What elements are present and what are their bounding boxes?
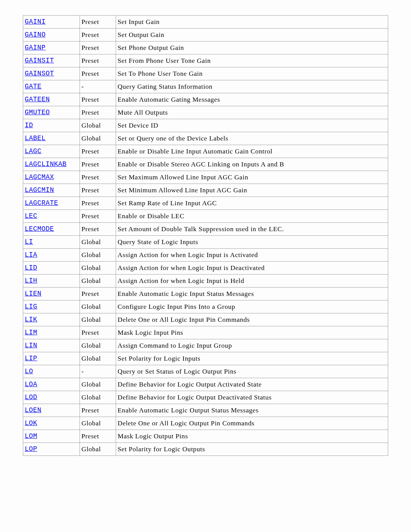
command-link[interactable]: LECMODE — [25, 225, 54, 233]
scope-cell: Preset — [80, 16, 116, 29]
description-cell: Mask Logic Output Pins — [116, 430, 388, 443]
table-row: LOMPresetMask Logic Output Pins — [23, 430, 388, 443]
command-link[interactable]: LAGCMIN — [25, 186, 54, 194]
command-link[interactable]: LAGCLINKAB — [25, 160, 67, 168]
command-cell: GAINSOT — [23, 67, 80, 80]
command-link[interactable]: LAGCMAX — [25, 173, 54, 181]
table-row: GAINOPresetSet Output Gain — [23, 29, 388, 42]
description-cell: Enable Automatic Logic Input Status Mess… — [116, 288, 388, 300]
command-link[interactable]: LOK — [25, 419, 37, 427]
command-link[interactable]: LID — [25, 264, 37, 272]
command-cell: LID — [23, 262, 80, 275]
command-link[interactable]: LOM — [25, 432, 37, 440]
command-link[interactable]: LAGC — [25, 147, 41, 155]
description-cell: Define Behavior for Logic Output Activat… — [116, 378, 388, 391]
table-row: GAINPPresetSet Phone Output Gain — [23, 42, 388, 54]
table-row: LAGCPresetEnable or Disable Line Input A… — [23, 145, 388, 158]
command-link[interactable]: LOA — [25, 380, 37, 388]
table-row: LECMODEPresetSet Amount of Double Talk S… — [23, 223, 388, 236]
scope-cell: Global — [80, 300, 116, 313]
scope-cell: Global — [80, 352, 116, 365]
scope-cell: Global — [80, 275, 116, 288]
command-link[interactable]: LABEL — [25, 134, 46, 142]
description-cell: Define Behavior for Logic Output Deactiv… — [116, 391, 388, 404]
table-row: LO-Query or Set Status of Logic Output P… — [23, 365, 388, 378]
command-link[interactable]: LI — [25, 238, 33, 246]
command-cell: LIM — [23, 326, 80, 339]
command-reference-page: GAINIPresetSet Input GainGAINOPresetSet … — [0, 0, 411, 463]
command-cell: GMUTEO — [23, 106, 80, 119]
description-cell: Set Minimum Allowed Line Input AGC Gain — [116, 184, 388, 197]
command-cell: LAGCLINKAB — [23, 158, 80, 171]
command-cell: GATE — [23, 80, 80, 93]
command-cell: LEC — [23, 210, 80, 223]
description-cell: Assign Action for when Logic Input is Ac… — [116, 249, 388, 262]
command-link[interactable]: LOP — [25, 445, 37, 453]
command-link[interactable]: ID — [25, 121, 33, 129]
command-cell: LAGCRATE — [23, 197, 80, 210]
scope-cell: - — [80, 365, 116, 378]
command-link[interactable]: GAINI — [25, 18, 46, 26]
scope-cell: - — [80, 80, 116, 93]
description-cell: Set Polarity for Logic Inputs — [116, 352, 388, 365]
command-link[interactable]: LIN — [25, 342, 37, 349]
command-link[interactable]: GMUTEO — [25, 109, 50, 116]
table-row: GATEENPresetEnable Automatic Gating Mess… — [23, 93, 388, 106]
command-link[interactable]: LIEN — [25, 290, 41, 297]
command-link[interactable]: LIM — [25, 329, 37, 336]
table-row: LECPresetEnable or Disable LEC — [23, 210, 388, 223]
command-link[interactable]: LIP — [25, 355, 37, 362]
table-row: LODGlobalDefine Behavior for Logic Outpu… — [23, 391, 388, 404]
description-cell: Set Device ID — [116, 119, 388, 132]
table-row: LAGCRATEPresetSet Ramp Rate of Line Inpu… — [23, 197, 388, 210]
command-link[interactable]: GATE — [25, 83, 41, 90]
command-link[interactable]: LEC — [25, 212, 37, 220]
command-link[interactable]: LOEN — [25, 406, 41, 414]
table-row: LIDGlobalAssign Action for when Logic In… — [23, 262, 388, 275]
command-cell: LAGCMIN — [23, 184, 80, 197]
description-cell: Enable Automatic Logic Output Status Mes… — [116, 404, 388, 417]
command-link[interactable]: GAINSIT — [25, 57, 54, 64]
command-cell: LOP — [23, 443, 80, 456]
table-row: LAGCMINPresetSet Minimum Allowed Line In… — [23, 184, 388, 197]
command-link[interactable]: LIA — [25, 251, 37, 259]
scope-cell: Global — [80, 119, 116, 132]
description-cell: Set From Phone User Tone Gain — [116, 54, 388, 67]
command-link[interactable]: LOD — [25, 393, 37, 401]
description-cell: Assign Command to Logic Input Group — [116, 339, 388, 352]
table-row: LIPGlobalSet Polarity for Logic Inputs — [23, 352, 388, 365]
command-link[interactable]: GAINP — [25, 44, 46, 51]
command-link[interactable]: LIK — [25, 316, 37, 323]
table-row: LIGlobalQuery State of Logic Inputs — [23, 236, 388, 249]
command-link[interactable]: GATEEN — [25, 96, 50, 103]
command-link[interactable]: LIG — [25, 303, 37, 310]
table-row: LAGCMAXPresetSet Maximum Allowed Line In… — [23, 171, 388, 184]
command-link[interactable]: GAINSOT — [25, 70, 54, 77]
table-row: LIKGlobalDelete One or All Logic Input P… — [23, 313, 388, 326]
scope-cell: Preset — [80, 404, 116, 417]
description-cell: Set To Phone User Tone Gain — [116, 67, 388, 80]
scope-cell: Global — [80, 262, 116, 275]
description-cell: Set Ramp Rate of Line Input AGC — [116, 197, 388, 210]
scope-cell: Global — [80, 339, 116, 352]
command-link[interactable]: LIH — [25, 277, 37, 284]
command-cell: GAINI — [23, 16, 80, 29]
table-row: LAGCLINKABPresetEnable or Disable Stereo… — [23, 158, 388, 171]
command-cell: LOM — [23, 430, 80, 443]
scope-cell: Global — [80, 443, 116, 456]
command-link[interactable]: LAGCRATE — [25, 199, 58, 207]
scope-cell: Preset — [80, 430, 116, 443]
command-cell: LOD — [23, 391, 80, 404]
command-cell: LAGCMAX — [23, 171, 80, 184]
description-cell: Set Maximum Allowed Line Input AGC Gain — [116, 171, 388, 184]
command-link[interactable]: LO — [25, 367, 33, 375]
command-cell: LOA — [23, 378, 80, 391]
table-row: LOPGlobalSet Polarity for Logic Outputs — [23, 443, 388, 456]
command-cell: LIN — [23, 339, 80, 352]
command-cell: GAINP — [23, 42, 80, 54]
description-cell: Assign Action for when Logic Input is He… — [116, 275, 388, 288]
scope-cell: Preset — [80, 288, 116, 300]
table-row: GAINSOTPresetSet To Phone User Tone Gain — [23, 67, 388, 80]
description-cell: Set Phone Output Gain — [116, 42, 388, 54]
command-link[interactable]: GAINO — [25, 31, 46, 38]
